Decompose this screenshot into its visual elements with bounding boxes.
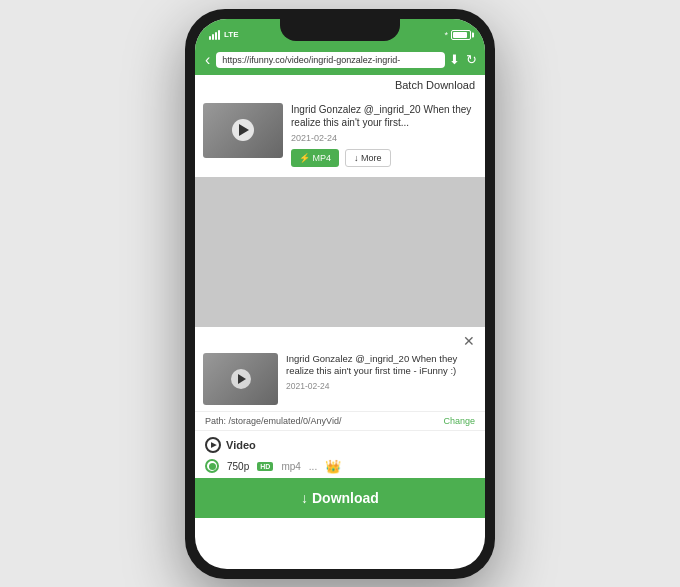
section-title-text: Video <box>226 439 256 451</box>
bottom-thumbnail <box>203 353 278 405</box>
status-left: LTE <box>209 30 239 40</box>
video-title: Ingrid Gonzalez @_ingrid_20 When they re… <box>291 103 477 129</box>
video-card: Ingrid Gonzalez @_ingrid_20 When they re… <box>195 95 485 175</box>
format-section-title: ▶ Video <box>205 437 475 453</box>
video-info: Ingrid Gonzalez @_ingrid_20 When they re… <box>291 103 477 167</box>
signal-bar-2 <box>212 34 214 40</box>
bottom-video-info: Ingrid Gonzalez @_ingrid_20 When they re… <box>195 353 485 411</box>
video-actions: ⚡ MP4 ↓ More <box>291 149 477 167</box>
batch-download-label: Batch Download <box>395 79 475 91</box>
quality-row: 750p HD mp4 ... 👑 <box>205 459 475 474</box>
bottom-panel-header: ✕ <box>195 327 485 353</box>
bottom-video-details: Ingrid Gonzalez @_ingrid_20 When they re… <box>286 353 477 392</box>
crown-icon: 👑 <box>325 459 341 474</box>
refresh-icon[interactable]: ↻ <box>466 52 477 67</box>
address-bar-area: ‹ https://ifunny.co/video/ingrid-gonzale… <box>195 47 485 75</box>
battery-indicator <box>451 30 471 40</box>
play-triangle-icon <box>239 124 249 136</box>
battery-fill <box>453 32 467 38</box>
path-text: Path: /storage/emulated/0/AnyVid/ <box>205 416 341 426</box>
status-right: * <box>444 30 471 40</box>
play-button[interactable] <box>232 119 254 141</box>
dots-separator: ... <box>309 461 317 472</box>
download-toolbar-icon[interactable]: ⬇ <box>449 52 460 67</box>
batch-download-bar[interactable]: Batch Download <box>195 75 485 95</box>
toolbar-icons: ⬇ ↻ <box>449 52 477 67</box>
format-section: ▶ Video 750p HD mp4 ... 👑 <box>195 431 485 478</box>
video-icon-label: ▶ <box>211 441 216 449</box>
video-type-icon: ▶ <box>205 437 221 453</box>
thumb-inner <box>203 103 283 158</box>
radio-inner <box>209 463 216 470</box>
mp4-button[interactable]: ⚡ MP4 <box>291 149 339 167</box>
bluetooth-icon: * <box>444 30 448 40</box>
quality-label: 750p <box>227 461 249 472</box>
url-bar[interactable]: https://ifunny.co/video/ingrid-gonzalez-… <box>216 52 445 68</box>
signal-bar-3 <box>215 32 217 40</box>
signal-bars <box>209 30 220 40</box>
back-button[interactable]: ‹ <box>203 51 212 69</box>
close-button[interactable]: ✕ <box>463 333 475 349</box>
signal-bar-1 <box>209 36 211 40</box>
phone-frame: LTE 9:41 * ‹ https://ifunny.co/video/ing… <box>185 9 495 579</box>
video-thumbnail[interactable] <box>203 103 283 158</box>
change-button[interactable]: Change <box>443 416 475 426</box>
bottom-play-icon <box>238 374 246 384</box>
bottom-panel: ✕ Ingrid Gonzalez @_ingrid_20 When they … <box>195 327 485 518</box>
more-button[interactable]: ↓ More <box>345 149 391 167</box>
phone-screen: LTE 9:41 * ‹ https://ifunny.co/video/ing… <box>195 19 485 569</box>
path-row: Path: /storage/emulated/0/AnyVid/ Change <box>195 411 485 431</box>
network-type: LTE <box>224 30 239 39</box>
video-date: 2021-02-24 <box>291 133 477 143</box>
signal-bar-4 <box>218 30 220 40</box>
bottom-video-date: 2021-02-24 <box>286 381 477 391</box>
notch <box>280 19 400 41</box>
grey-area <box>195 177 485 327</box>
format-label: mp4 <box>281 461 300 472</box>
quality-radio[interactable] <box>205 459 219 473</box>
hd-badge: HD <box>257 462 273 471</box>
bottom-video-title: Ingrid Gonzalez @_ingrid_20 When they re… <box>286 353 477 378</box>
download-button[interactable]: ↓ Download <box>195 478 485 518</box>
bottom-play-button <box>231 369 251 389</box>
